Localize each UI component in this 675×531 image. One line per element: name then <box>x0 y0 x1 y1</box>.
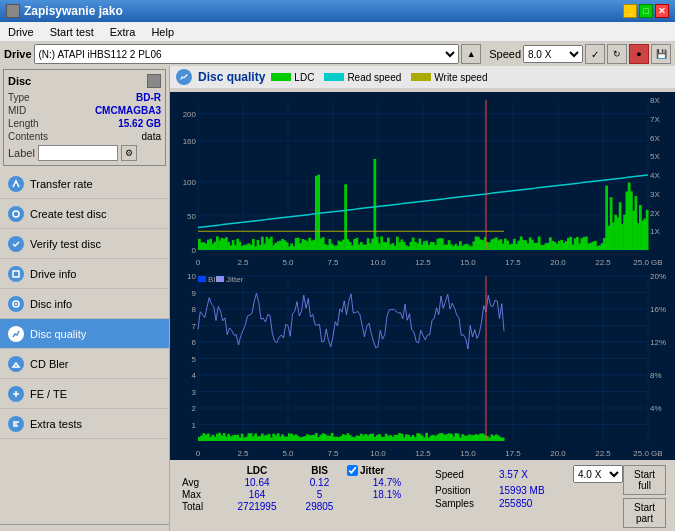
main-area: Disc Type BD-R MID CMCMAGBA3 Length 15.6… <box>0 66 675 531</box>
dq-title: Disc quality <box>198 70 265 84</box>
top-chart <box>170 92 675 268</box>
write-speed-color <box>411 73 431 81</box>
contents-value: data <box>142 131 161 142</box>
contents-label: Contents <box>8 131 48 142</box>
length-value: 15.62 GB <box>118 118 161 129</box>
sidebar-item-disc-quality[interactable]: Disc quality <box>0 319 169 349</box>
jitter-checkbox[interactable] <box>347 465 358 476</box>
sidebar-item-fe-te[interactable]: FE / TE <box>0 379 169 409</box>
mid-label: MID <box>8 105 26 116</box>
drive-settings-button[interactable]: ● <box>629 44 649 64</box>
drive-info-icon <box>8 266 24 282</box>
minimize-button[interactable]: _ <box>623 4 637 18</box>
legend-read-speed: Read speed <box>324 72 401 83</box>
avg-row: Avg 10.64 0.12 14.7% <box>182 477 427 488</box>
max-ldc: 164 <box>222 489 292 500</box>
speed-value: 3.57 X <box>499 469 569 480</box>
start-full-button[interactable]: Start full <box>623 465 666 495</box>
ldc-color <box>271 73 291 81</box>
title-bar: Zapisywanie jako _ □ ✕ <box>0 0 675 22</box>
drive-eject-button[interactable]: ▲ <box>461 44 481 64</box>
jitter-col-header: Jitter <box>347 465 384 476</box>
sidebar-item-verify-test-disc[interactable]: Verify test disc <box>0 229 169 259</box>
stats-main: LDC BIS Jitter Avg 10.64 0.12 14.7% <box>176 463 672 530</box>
drive-select[interactable]: (N:) ATAPI iHBS112 2 PL06 <box>34 44 460 64</box>
disc-options-button[interactable] <box>147 74 161 88</box>
sidebar-label-verify-test-disc: Verify test disc <box>30 238 101 250</box>
avg-ldc: 10.64 <box>222 477 292 488</box>
right-stats: Speed 3.57 X 4.0 X Position 15993 MB Sam… <box>435 465 623 509</box>
svg-point-3 <box>15 303 17 305</box>
sidebar-label-create-test-disc: Create test disc <box>30 208 106 220</box>
sidebar-label-disc-info: Disc info <box>30 298 72 310</box>
menu-start-test[interactable]: Start test <box>42 22 102 41</box>
disc-quality-icon <box>8 326 24 342</box>
cd-bler-icon <box>8 356 24 372</box>
legend-ldc: LDC <box>271 72 314 83</box>
stats-table: LDC BIS Jitter Avg 10.64 0.12 14.7% <box>182 465 427 512</box>
close-button[interactable]: ✕ <box>655 4 669 18</box>
svg-rect-1 <box>13 271 19 277</box>
label-label: Label <box>8 147 35 159</box>
disc-quality-header: Disc quality LDC Read speed Write speed <box>170 66 675 88</box>
charts-container <box>170 92 675 460</box>
verify-test-disc-icon <box>8 236 24 252</box>
label-settings-button[interactable]: ⚙ <box>121 145 137 161</box>
legend-write-speed: Write speed <box>411 72 487 83</box>
dq-header-icon <box>176 69 192 85</box>
sidebar-label-disc-quality: Disc quality <box>30 328 86 340</box>
menu-help[interactable]: Help <box>143 22 182 41</box>
sidebar-item-drive-info[interactable]: Drive info <box>0 259 169 289</box>
sidebar-item-extra-tests[interactable]: Extra tests <box>0 409 169 439</box>
ldc-col-header: LDC <box>222 465 292 476</box>
speed-dropdown[interactable]: 4.0 X <box>573 465 623 483</box>
disc-info-icon <box>8 296 24 312</box>
avg-jitter: 14.7% <box>347 477 427 488</box>
left-panel: Disc Type BD-R MID CMCMAGBA3 Length 15.6… <box>0 66 170 531</box>
max-row: Max 164 5 18.1% <box>182 489 427 500</box>
sidebar-item-cd-bler[interactable]: CD Bler <box>0 349 169 379</box>
speed-ok-button[interactable]: ✓ <box>585 44 605 64</box>
sidebar-item-create-test-disc[interactable]: Create test disc <box>0 199 169 229</box>
menu-extra[interactable]: Extra <box>102 22 144 41</box>
avg-bis: 0.12 <box>292 477 347 488</box>
mid-value: CMCMAGBA3 <box>95 105 161 116</box>
total-row: Total 2721995 29805 <box>182 501 427 512</box>
drive-bar: Drive (N:) ATAPI iHBS112 2 PL06 ▲ Speed … <box>0 42 675 66</box>
bis-col-header: BIS <box>292 465 347 476</box>
disc-section-title: Disc <box>8 75 31 87</box>
speed-label: Speed <box>489 48 521 60</box>
maximize-button[interactable]: □ <box>639 4 653 18</box>
type-value: BD-R <box>136 92 161 103</box>
status-window-button[interactable]: Status window >> <box>0 525 169 531</box>
disc-info-box: Disc Type BD-R MID CMCMAGBA3 Length 15.6… <box>3 69 166 166</box>
samples-row: Samples 255850 <box>435 498 623 509</box>
position-row: Position 15993 MB <box>435 485 623 496</box>
sidebar-item-transfer-rate[interactable]: Transfer rate <box>0 169 169 199</box>
menu-bar: Drive Start test Extra Help <box>0 22 675 42</box>
sidebar-item-disc-info[interactable]: Disc info <box>0 289 169 319</box>
speed-select[interactable]: 8.0 X <box>523 45 583 63</box>
menu-drive[interactable]: Drive <box>0 22 42 41</box>
speed-row: Speed 3.57 X 4.0 X <box>435 465 623 483</box>
drive-refresh-button[interactable]: ↻ <box>607 44 627 64</box>
window-controls: _ □ ✕ <box>623 4 669 18</box>
bottom-chart <box>170 268 675 459</box>
length-label: Length <box>8 118 39 129</box>
sidebar-label-fe-te: FE / TE <box>30 388 67 400</box>
stats-header-row: LDC BIS Jitter <box>222 465 427 476</box>
fe-te-icon <box>8 386 24 402</box>
start-part-button[interactable]: Start part <box>623 498 666 528</box>
sidebar-label-drive-info: Drive info <box>30 268 76 280</box>
read-speed-color <box>324 73 344 81</box>
legend: LDC Read speed Write speed <box>271 72 487 83</box>
drive-label: Drive <box>4 48 32 60</box>
sidebar-label-cd-bler: CD Bler <box>30 358 69 370</box>
title-text: Zapisywanie jako <box>24 4 123 18</box>
label-input[interactable] <box>38 145 118 161</box>
stats-bar: LDC BIS Jitter Avg 10.64 0.12 14.7% <box>170 460 675 531</box>
position-value: 15993 MB <box>499 485 569 496</box>
right-section: Disc quality LDC Read speed Write speed <box>170 66 675 531</box>
drive-save-button[interactable]: 💾 <box>651 44 671 64</box>
transfer-rate-icon <box>8 176 24 192</box>
